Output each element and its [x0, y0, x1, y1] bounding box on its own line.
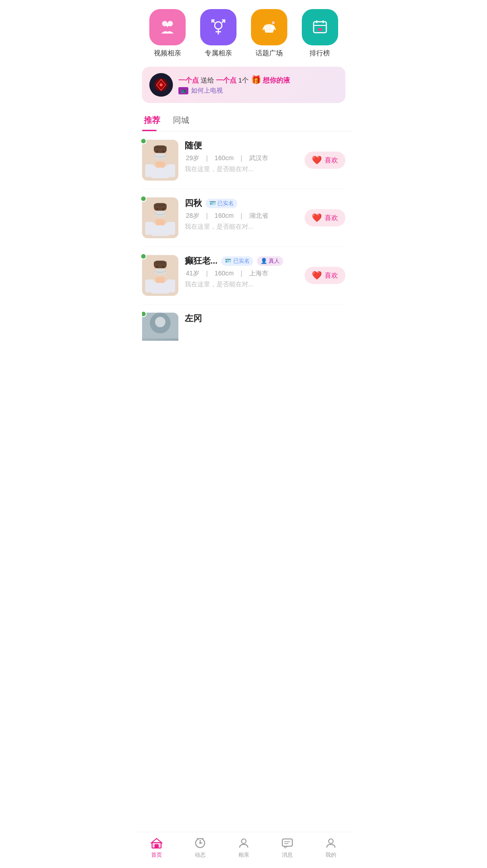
badge-real: 👤 真人 [257, 256, 283, 266]
user-avatar-1 [142, 140, 178, 181]
category-item-video-blind-date[interactable]: 视频相亲 [149, 9, 186, 58]
svg-point-47 [199, 842, 201, 844]
user-height: 160cm [215, 270, 234, 277]
online-indicator [142, 311, 147, 317]
nav-item-blind-date[interactable]: 相亲 [237, 837, 250, 859]
user-name-3: 癫狂老... [185, 255, 218, 267]
banner-receiver: 一个点 [216, 76, 236, 84]
heart-icon-3: ❤️ [312, 270, 322, 280]
user-item-1[interactable]: 随便 29岁 ｜ 160cm ｜ 武汉市 我在这里，是否能在对... ❤️ 喜欢 [142, 132, 345, 189]
like-button-1[interactable]: ❤️ 喜欢 [305, 152, 345, 169]
category-item-topic-square[interactable]: 话题广场 [251, 9, 287, 58]
user-avatar-2 [142, 197, 178, 238]
user-info-4: 左冈 [185, 313, 345, 327]
nav-icon-messages [281, 837, 294, 849]
svg-point-3 [271, 25, 275, 29]
banner-tv-text: 如何上电视 [191, 87, 223, 95]
nav-label-home: 首页 [151, 851, 162, 859]
user-item-2[interactable]: 四秋 🪪 已实名 28岁 ｜ 160cm ｜ 湖北省 我在这里，是否能在对...… [142, 189, 345, 247]
svg-rect-49 [282, 839, 292, 846]
user-age: 41岁 [186, 270, 200, 277]
user-name-row-2: 四秋 🪪 已实名 [185, 197, 345, 209]
svg-rect-28 [153, 204, 166, 206]
like-label-1: 喜欢 [325, 156, 338, 165]
user-item-partial[interactable]: 左冈 [142, 304, 345, 341]
tab-recommend[interactable]: 推荐 [142, 110, 162, 131]
svg-rect-18 [153, 146, 166, 148]
user-avatar-wrap-1 [142, 140, 178, 181]
svg-rect-37 [167, 280, 175, 292]
like-button-2[interactable]: ❤️ 喜欢 [305, 209, 345, 226]
category-item-exclusive-blind-date[interactable]: 专属相亲 [200, 9, 236, 58]
heart-icon-1: ❤️ [312, 155, 322, 165]
user-height: 160cm [215, 154, 234, 162]
banner[interactable]: 一个点 送给 一个点 1个 🎁 想你的液 📺 如何上电视 [142, 67, 345, 103]
svg-rect-16 [145, 164, 154, 177]
nav-item-messages[interactable]: 消息 [281, 837, 294, 859]
user-name-row-1: 随便 [185, 140, 345, 152]
banner-line2[interactable]: 📺 如何上电视 [178, 87, 338, 95]
category-item-ranking[interactable]: 排行榜 [302, 9, 338, 58]
svg-rect-5 [314, 22, 326, 33]
svg-point-42 [155, 317, 165, 327]
svg-rect-17 [167, 164, 175, 177]
category-icon-ranking [302, 9, 338, 45]
bottom-nav: 首页 动态 相亲 消息 我的 [135, 832, 353, 868]
user-city: 湖北省 [249, 212, 268, 219]
svg-rect-29 [154, 211, 165, 216]
user-avatar-wrap-3 [142, 255, 178, 296]
nav-label-messages: 消息 [282, 851, 293, 859]
svg-rect-22 [155, 219, 165, 225]
svg-point-48 [241, 839, 246, 843]
svg-point-2 [215, 22, 222, 29]
online-indicator-1 [140, 138, 147, 144]
category-row: 视频相亲 专属相亲 话题广场 排行榜 [135, 0, 353, 62]
nav-label-mine: 我的 [325, 851, 336, 859]
user-name-2: 四秋 [185, 197, 202, 209]
user-height: 160cm [215, 212, 234, 219]
svg-rect-38 [153, 261, 166, 264]
user-avatar-wrap-4 [142, 313, 178, 341]
nav-icon-dynamic [194, 837, 207, 849]
banner-line1: 一个点 送给 一个点 1个 🎁 想你的液 [178, 75, 338, 85]
svg-rect-36 [145, 280, 154, 292]
nav-item-home[interactable]: 首页 [150, 837, 163, 859]
user-name-row: 左冈 [185, 313, 345, 324]
category-label-exclusive-blind-date: 专属相亲 [205, 49, 232, 58]
svg-rect-45 [155, 844, 158, 848]
category-icon-exclusive-blind-date [200, 9, 236, 45]
user-item-3[interactable]: 癫狂老... 🪪 已实名👤 真人 41岁 ｜ 160cm ｜ 上海市 我在这里，… [142, 247, 345, 304]
svg-point-50 [329, 839, 333, 843]
banner-action: 送给 [201, 76, 214, 84]
category-icon-video-blind-date [149, 9, 186, 45]
banner-count: 1个 [238, 76, 249, 84]
svg-rect-26 [145, 222, 154, 235]
nav-item-dynamic[interactable]: 动态 [194, 837, 207, 859]
svg-point-9 [160, 83, 162, 86]
user-name-row-3: 癫狂老... 🪪 已实名👤 真人 [185, 255, 345, 267]
nav-icon-blind-date [237, 837, 250, 849]
banner-sender: 一个点 [178, 76, 199, 84]
user-city: 上海市 [249, 270, 268, 277]
tab-nearby[interactable]: 同城 [171, 110, 191, 131]
user-avatar-3 [142, 255, 178, 296]
svg-rect-12 [155, 162, 165, 167]
like-label-3: 喜欢 [325, 271, 338, 280]
nav-label-dynamic: 动态 [195, 851, 206, 859]
like-button-3[interactable]: ❤️ 喜欢 [305, 267, 345, 284]
user-age: 29岁 [186, 154, 200, 162]
user-avatar-wrap-2 [142, 197, 178, 238]
nav-item-mine[interactable]: 我的 [325, 837, 337, 859]
svg-rect-27 [167, 222, 175, 235]
user-name-1: 随便 [185, 140, 202, 152]
banner-text: 一个点 送给 一个点 1个 🎁 想你的液 📺 如何上电视 [178, 75, 338, 95]
svg-rect-6 [318, 28, 322, 31]
svg-rect-19 [154, 153, 165, 159]
nav-icon-mine [325, 837, 337, 849]
nav-label-blind-date: 相亲 [238, 851, 249, 859]
heart-icon-2: ❤️ [312, 213, 322, 223]
category-icon-topic-square [251, 9, 287, 45]
user-city: 武汉市 [249, 154, 268, 162]
banner-gift: 想你的液 [263, 76, 290, 84]
nav-icon-home [150, 837, 163, 849]
